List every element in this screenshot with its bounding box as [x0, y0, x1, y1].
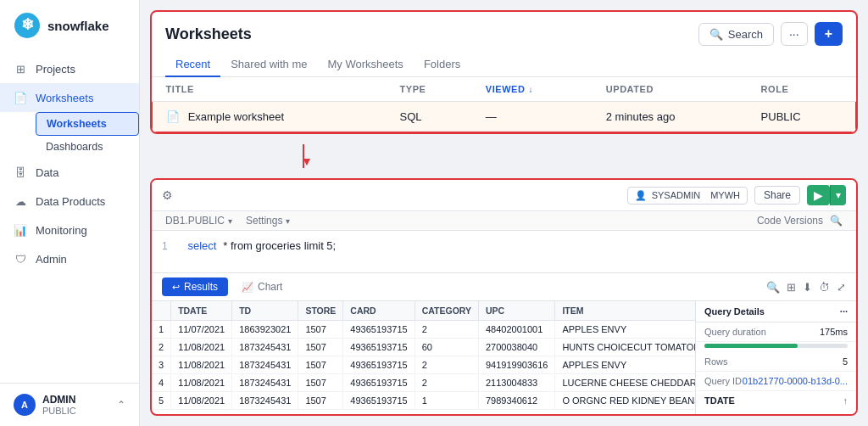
col-upc[interactable]: UPC — [479, 301, 555, 321]
download-icon[interactable]: ⬇ — [803, 281, 812, 294]
qd-duration-value: 175ms — [820, 327, 848, 337]
results-toolbar: ↩ Results 📈 Chart 🔍 ⊞ ⬇ ⏱ ⤢ — [152, 273, 856, 301]
logo-area: ❄ snowflake — [0, 0, 139, 51]
table-row[interactable]: 4 11/08/2021 1873245431 1507 49365193715… — [152, 374, 695, 392]
results-tab-results[interactable]: ↩ Results — [162, 277, 228, 296]
qd-duration-label: Query duration — [704, 327, 766, 337]
cell-tdate: 11/08/2021 — [171, 356, 232, 374]
sidebar-item-admin[interactable]: 🛡 Admin — [0, 244, 139, 273]
sidebar-sub-item-worksheets[interactable]: Worksheets — [36, 112, 139, 136]
row-num: 3 — [152, 356, 171, 374]
warehouse-label: MYWH — [710, 190, 740, 200]
row-num: 1 — [152, 321, 171, 339]
worksheets-tabs: Recent Shared with me My Worksheets Fold… — [152, 46, 856, 77]
cell-title: 📄 Example worksheet — [153, 102, 387, 132]
col-store[interactable]: STORE — [298, 301, 343, 321]
run-dropdown-button[interactable]: ▾ — [830, 185, 846, 205]
run-button[interactable]: ▶ — [807, 185, 830, 205]
admin-info: ADMIN PUBLIC — [42, 394, 110, 416]
table-row[interactable]: 5 11/08/2021 1873245431 1507 49365193715… — [152, 392, 695, 410]
qd-col-sort-icon: ↑ — [843, 395, 849, 406]
grid-icon[interactable]: ⊞ — [787, 281, 796, 294]
cell-tdate: 11/08/2021 — [171, 339, 232, 356]
sidebar-item-worksheets[interactable]: 📄 Worksheets — [0, 83, 139, 112]
cell-item: APPLES ENVY — [555, 321, 695, 339]
db-selector[interactable]: DB1.PUBLIC ▾ — [165, 215, 232, 227]
clock-icon[interactable]: ⏱ — [819, 281, 830, 294]
sidebar-item-label: Data — [36, 166, 58, 179]
adjust-icon[interactable]: ⚙ — [162, 188, 173, 202]
tab-folders[interactable]: Folders — [414, 53, 470, 77]
activity-icon: 📊 — [14, 223, 27, 237]
cell-item: LUCERNE CHEESE CHEDDAR EXSHARP FINE SHRD — [555, 374, 695, 392]
code-editor[interactable]: 1 select * from groceries limit 5; — [152, 231, 856, 273]
code-versions-label[interactable]: Code Versions — [757, 215, 823, 227]
worksheets-title: Worksheets — [165, 25, 252, 43]
role-badge: 👤 SYSADMIN MYWH — [627, 187, 748, 205]
search-button[interactable]: 🔍 Search — [698, 23, 774, 46]
sidebar-sub-item-dashboards[interactable]: Dashboards — [36, 136, 139, 158]
search-results-icon[interactable]: 🔍 — [766, 281, 780, 294]
cell-store: 1507 — [298, 356, 343, 374]
cell-store: 1507 — [298, 374, 343, 392]
sidebar-item-monitoring[interactable]: 📊 Monitoring — [0, 216, 139, 244]
add-worksheet-button[interactable]: + — [815, 22, 843, 46]
query-details-more-icon[interactable]: ··· — [840, 306, 848, 317]
sidebar-item-data[interactable]: 🗄 Data — [0, 158, 139, 187]
more-icon: ··· — [789, 27, 799, 41]
col-tdate[interactable]: TDATE — [171, 301, 232, 321]
cell-category: 2 — [415, 321, 478, 339]
tab-recent[interactable]: Recent — [165, 53, 220, 77]
query-details-panel: Query Details ··· Query duration 175ms R… — [695, 301, 856, 416]
tab-shared[interactable]: Shared with me — [220, 53, 317, 77]
col-updated: UPDATED — [593, 77, 748, 102]
share-button[interactable]: Share — [754, 186, 800, 205]
table-row[interactable]: 📄 Example worksheet SQL — 2 minutes ago … — [153, 102, 856, 132]
expand-icon[interactable]: ⤢ — [837, 281, 846, 294]
sidebar-item-data-products[interactable]: ☁ Data Products — [0, 187, 139, 216]
worksheets-table: TITLE TYPE VIEWED ↓ UPDATED ROLE 📄 — [152, 77, 856, 132]
cell-card: 49365193715 — [343, 321, 415, 339]
cell-type: SQL — [387, 102, 472, 132]
qd-col-row: TDATE ↑ — [696, 391, 856, 410]
col-td[interactable]: TD — [232, 301, 298, 321]
cell-role: PUBLIC — [748, 102, 856, 132]
cell-card: 49365193715 — [343, 339, 415, 356]
qd-query-id-label: Query ID — [704, 376, 742, 386]
table-row[interactable]: 1 11/07/2021 1863923021 1507 49365193715… — [152, 321, 695, 339]
data-table-wrap: TDATE TD STORE CARD CATEGORY UPC ITEM 1 … — [152, 301, 695, 416]
code-versions: Code Versions 🔍 — [757, 215, 843, 227]
col-item[interactable]: ITEM — [555, 301, 695, 321]
tab-my-worksheets[interactable]: My Worksheets — [318, 53, 414, 77]
data-container: TDATE TD STORE CARD CATEGORY UPC ITEM 1 … — [152, 301, 856, 416]
sidebar-item-projects[interactable]: ⊞ Projects — [0, 54, 139, 83]
more-button[interactable]: ··· — [781, 22, 808, 46]
cell-tdate: 11/08/2021 — [171, 392, 232, 410]
sidebar-item-label: Projects — [36, 63, 75, 76]
results-tab-chart[interactable]: 📈 Chart — [231, 277, 292, 296]
settings-selector[interactable]: Settings ▾ — [246, 215, 290, 227]
database-icon: 🗄 — [14, 165, 27, 179]
search-button-label: Search — [728, 28, 763, 41]
results-actions: 🔍 ⊞ ⬇ ⏱ ⤢ — [766, 281, 846, 294]
col-category[interactable]: CATEGORY — [415, 301, 478, 321]
table-row[interactable]: 2 11/08/2021 1873245431 1507 49365193715… — [152, 339, 695, 356]
col-viewed[interactable]: VIEWED ↓ — [472, 77, 593, 102]
line-number: 1 — [162, 240, 168, 252]
cell-updated: 2 minutes ago — [593, 102, 748, 132]
sidebar-collapse-button[interactable]: ⌃ — [117, 399, 125, 411]
code-versions-search-icon[interactable]: 🔍 — [830, 215, 843, 227]
row-num: 4 — [152, 374, 171, 392]
table-row[interactable]: 3 11/08/2021 1873245431 1507 49365193715… — [152, 356, 695, 374]
qd-duration-row: Query duration 175ms — [696, 322, 856, 342]
results-tabs: ↩ Results 📈 Chart — [162, 277, 292, 296]
search-icon: 🔍 — [709, 28, 723, 41]
toolbar-right: 👤 SYSADMIN MYWH Share ▶ ▾ — [627, 185, 846, 205]
qd-query-id-value[interactable]: 01b21770-0000-b13d-0... — [743, 376, 848, 386]
query-panel: ⚙ 👤 SYSADMIN MYWH Share ▶ ▾ DB1.PUBLIC ▾ — [150, 178, 858, 416]
col-card[interactable]: CARD — [343, 301, 415, 321]
cell-category: 1 — [415, 392, 478, 410]
worksheets-header: Worksheets 🔍 Search ··· + — [152, 12, 856, 46]
cell-category: 2 — [415, 374, 478, 392]
row-num: 5 — [152, 392, 171, 410]
